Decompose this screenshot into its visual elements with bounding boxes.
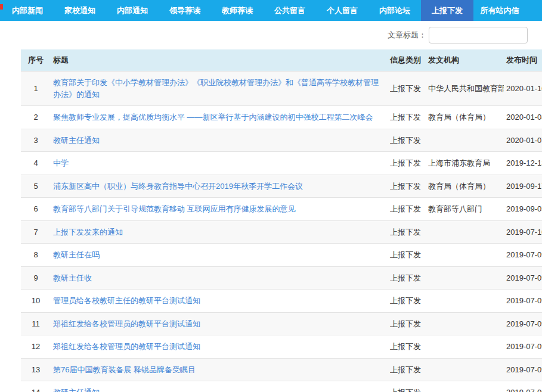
- table-row: 1 教育部关于印发《中小学教材管理办法》《职业院校教材管理办法》和《普通高等学校…: [21, 71, 542, 106]
- article-title-link[interactable]: 教育部关于印发《中小学教材管理办法》《职业院校教材管理办法》和《普通高等学校教材…: [51, 71, 388, 106]
- info-category: 上报下发: [388, 312, 426, 335]
- issuing-org: [426, 220, 504, 244]
- publish-date: 2019-07-09: [504, 290, 542, 313]
- article-title-link[interactable]: 教研主任收: [51, 266, 388, 290]
- publish-date: 2019-12-13: [504, 152, 542, 175]
- table-row: 9 教研主任收 上报下发 2019-07-09: [21, 266, 542, 290]
- article-title-link[interactable]: 教研主任在吗: [51, 244, 388, 267]
- info-category: 上报下发: [388, 129, 426, 152]
- publish-date: 2019-07-10: [504, 220, 542, 244]
- nav-item-5[interactable]: 公共留言: [264, 0, 316, 21]
- row-number: 5: [21, 175, 51, 198]
- issuing-org: 上海市浦东教育局: [426, 152, 504, 175]
- column-header-no: 序号: [21, 49, 51, 71]
- articles-table: 序号 标题 信息类别 发文机构 发布时间 1 教育部关于印发《中小学教材管理办法…: [21, 49, 542, 392]
- row-number: 14: [21, 381, 51, 392]
- nav-item-4[interactable]: 教师荐读: [211, 0, 264, 21]
- article-title-link[interactable]: 郑祖红发给各校管理员的教研平台测试通知: [51, 312, 388, 335]
- column-header-org: 发文机构: [426, 49, 504, 71]
- issuing-org: [426, 381, 504, 392]
- articles-table-wrap: 序号 标题 信息类别 发文机构 发布时间 1 教育部关于印发《中小学教材管理办法…: [0, 49, 542, 392]
- table-row: 2 聚焦教师专业发展，提高优质均衡水平 ——新区举行基于内涵建设的初中强校工程第…: [21, 106, 542, 129]
- publish-date: 2019-07-09: [504, 335, 542, 359]
- publish-date: 2019-09-17: [504, 175, 542, 198]
- nav-item-6[interactable]: 个人留言: [316, 0, 368, 21]
- red-marker: [0, 4, 3, 10]
- row-number: 3: [21, 129, 51, 152]
- table-row: 4 中学 上报下发 上海市浦东教育局 2019-12-13: [21, 152, 542, 175]
- table-row: 7 上报下发发来的通知 上报下发 2019-07-10: [21, 220, 542, 244]
- row-number: 7: [21, 220, 51, 244]
- table-row: 8 教研主任在吗 上报下发 2019-07-09: [21, 244, 542, 267]
- top-navbar: 内部新闻家校通知内部通知领导荐读教师荐读公共留言个人留言内部论坛上报下发所有站内…: [0, 0, 542, 21]
- nav-item-8[interactable]: 上报下发: [421, 0, 473, 21]
- issuing-org: [426, 358, 504, 381]
- nav-item-2[interactable]: 内部通知: [106, 0, 159, 21]
- nav-item-1[interactable]: 家校通知: [54, 0, 106, 21]
- row-number: 8: [21, 244, 51, 267]
- publish-date: 2019-09-05: [504, 198, 542, 221]
- article-title-link[interactable]: 上报下发发来的通知: [51, 220, 388, 244]
- row-number: 13: [21, 358, 51, 381]
- search-bar: 文章标题：: [0, 21, 542, 49]
- publish-date: 2020-01-10: [504, 71, 542, 106]
- nav-item-7[interactable]: 内部论坛: [368, 0, 421, 21]
- column-header-title: 标题: [51, 49, 388, 71]
- article-title-link[interactable]: 聚焦教师专业发展，提高优质均衡水平 ——新区举行基于内涵建设的初中强校工程第二次…: [51, 106, 388, 129]
- publish-date: 2019-07-09: [504, 266, 542, 290]
- article-title-link[interactable]: 教育部等八部门关于引导规范教育移动 互联网应用有序健康发展的意见: [51, 198, 388, 221]
- column-header-category: 信息类别: [388, 49, 426, 71]
- issuing-org: [426, 335, 504, 359]
- table-row: 10 管理员给各校教研主任的教研平台测试通知 上报下发 2019-07-09: [21, 290, 542, 313]
- article-title-link[interactable]: 管理员给各校教研主任的教研平台测试通知: [51, 290, 388, 313]
- nav-item-0[interactable]: 内部新闻: [1, 0, 54, 21]
- info-category: 上报下发: [388, 290, 426, 313]
- nav-item-9[interactable]: 所有站内信: [473, 0, 526, 21]
- issuing-org: 教育部等八部门: [426, 198, 504, 221]
- article-title-link[interactable]: 中学: [51, 152, 388, 175]
- article-title-link[interactable]: 浦东新区高中（职业）与终身教育指导中心召开2019年秋季开学工作会议: [51, 175, 388, 198]
- issuing-org: 教育局（体育局）: [426, 106, 504, 129]
- issuing-org: [426, 312, 504, 335]
- publish-date: 2019-07-09: [504, 381, 542, 392]
- info-category: 上报下发: [388, 381, 426, 392]
- info-category: 上报下发: [388, 266, 426, 290]
- table-row: 3 教研主任通知 上报下发 2020-01-07: [21, 129, 542, 152]
- row-number: 9: [21, 266, 51, 290]
- info-category: 上报下发: [388, 175, 426, 198]
- row-number: 1: [21, 71, 51, 106]
- article-title-link[interactable]: 郑祖红发给各校管理员的教研平台测试通知: [51, 335, 388, 359]
- nav-item-3[interactable]: 领导荐读: [159, 0, 211, 21]
- issuing-org: 中华人民共和国教育部: [426, 71, 504, 106]
- table-row: 14 教研主任通知 上报下发 2019-07-09: [21, 381, 542, 392]
- row-number: 12: [21, 335, 51, 359]
- info-category: 上报下发: [388, 244, 426, 267]
- info-category: 上报下发: [388, 106, 426, 129]
- info-category: 上报下发: [388, 358, 426, 381]
- issuing-org: [426, 266, 504, 290]
- info-category: 上报下发: [388, 71, 426, 106]
- row-number: 6: [21, 198, 51, 221]
- table-header-row: 序号 标题 信息类别 发文机构 发布时间: [21, 49, 542, 71]
- article-title-label: 文章标题：: [388, 30, 426, 41]
- row-number: 11: [21, 312, 51, 335]
- table-row: 6 教育部等八部门关于引导规范教育移动 互联网应用有序健康发展的意见 上报下发 …: [21, 198, 542, 221]
- publish-date: 2020-01-07: [504, 129, 542, 152]
- info-category: 上报下发: [388, 220, 426, 244]
- table-row: 12 郑祖红发给各校管理员的教研平台测试通知 上报下发 2019-07-09: [21, 335, 542, 359]
- column-header-date: 发布时间: [504, 49, 542, 71]
- article-title-input[interactable]: [429, 27, 528, 43]
- article-title-link[interactable]: 第76届中国教育装备展 释锐品牌备受瞩目: [51, 358, 388, 381]
- row-number: 2: [21, 106, 51, 129]
- issuing-org: [426, 244, 504, 267]
- issuing-org: 教育局（体育局）: [426, 175, 504, 198]
- table-row: 5 浦东新区高中（职业）与终身教育指导中心召开2019年秋季开学工作会议 上报下…: [21, 175, 542, 198]
- issuing-org: [426, 290, 504, 313]
- article-title-link[interactable]: 教研主任通知: [51, 129, 388, 152]
- article-title-link[interactable]: 教研主任通知: [51, 381, 388, 392]
- publish-date: 2019-07-09: [504, 358, 542, 381]
- info-category: 上报下发: [388, 152, 426, 175]
- publish-date: 2020-01-08: [504, 106, 542, 129]
- table-row: 13 第76届中国教育装备展 释锐品牌备受瞩目 上报下发 2019-07-09: [21, 358, 542, 381]
- info-category: 上报下发: [388, 335, 426, 359]
